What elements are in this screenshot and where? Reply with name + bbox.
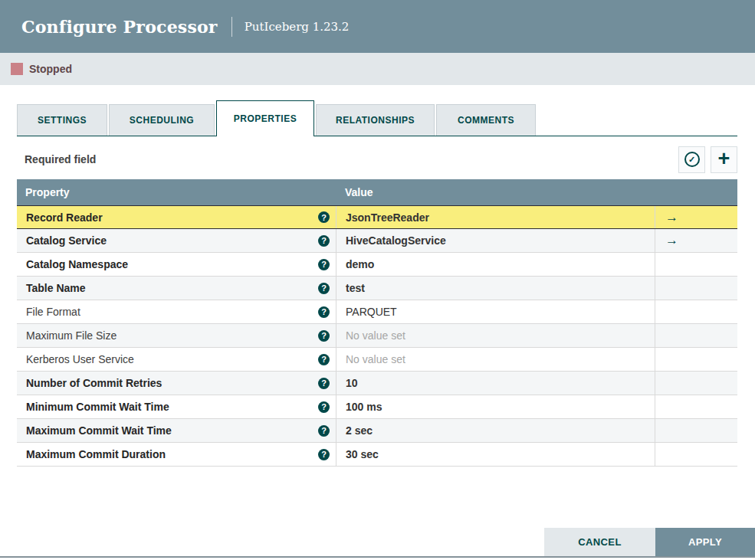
dialog-content: SETTINGSSCHEDULINGPROPERTIESRELATIONSHIP… — [0, 85, 755, 467]
help-icon[interactable]: ? — [318, 283, 330, 294]
property-name-cell: Maximum File Size ? — [17, 324, 336, 347]
property-name-cell: Maximum Commit Duration ? — [17, 443, 336, 466]
go-to-service-arrow-icon[interactable]: → — [665, 233, 678, 248]
property-value-cell[interactable]: demo — [336, 253, 655, 276]
processor-status-bar: Stopped — [0, 53, 755, 85]
property-name: Maximum Commit Wait Time — [26, 424, 318, 437]
add-property-button[interactable]: + — [711, 146, 737, 173]
property-row[interactable]: Record Reader ? JsonTreeReader → — [17, 205, 737, 229]
property-value-cell[interactable]: HiveCatalogService — [336, 229, 655, 252]
property-name-cell: Catalog Namespace ? — [17, 253, 336, 276]
property-name-cell: Kerberos User Service ? — [17, 348, 336, 371]
property-action-cell — [655, 277, 737, 300]
property-name: Maximum File Size — [26, 329, 318, 342]
properties-table: Property Value Record Reader ? JsonTreeR… — [17, 179, 737, 467]
property-row[interactable]: Maximum Commit Duration ? 30 sec — [17, 443, 737, 467]
property-value-cell[interactable]: No value set — [336, 348, 655, 371]
verify-properties-button[interactable]: ✓ — [678, 146, 705, 173]
property-value: 100 ms — [346, 401, 382, 413]
property-row[interactable]: File Format ? PARQUET — [17, 300, 737, 324]
tab-comments[interactable]: COMMENTS — [436, 104, 536, 136]
property-name: Number of Commit Retries — [26, 377, 318, 389]
property-name: File Format — [26, 306, 318, 318]
tab-scheduling[interactable]: SCHEDULING — [109, 104, 215, 136]
property-value-cell[interactable]: PARQUET — [336, 300, 655, 323]
dialog-header: Configure Processor PutIceberg 1.23.2 — [0, 0, 755, 53]
property-name: Minimum Commit Wait Time — [26, 401, 318, 413]
help-icon[interactable]: ? — [318, 378, 330, 389]
stopped-square-icon — [11, 63, 23, 75]
property-action-cell — [655, 324, 737, 347]
property-value: HiveCatalogService — [346, 234, 446, 247]
property-value-cell[interactable]: 10 — [336, 372, 655, 395]
property-row[interactable]: Catalog Service ? HiveCatalogService → — [17, 229, 737, 253]
property-action-cell — [655, 443, 737, 466]
property-row[interactable]: Minimum Commit Wait Time ? 100 ms — [17, 395, 737, 419]
column-header-value: Value — [336, 186, 655, 198]
dialog-title: Configure Processor — [21, 17, 218, 37]
configure-processor-dialog: Configure Processor PutIceberg 1.23.2 St… — [0, 0, 755, 560]
help-icon[interactable]: ? — [318, 211, 330, 223]
property-value: 2 sec — [346, 424, 373, 437]
help-icon[interactable]: ? — [318, 235, 330, 247]
title-divider — [231, 17, 232, 37]
property-value: 30 sec — [346, 448, 379, 460]
tab-relationships[interactable]: RELATIONSHIPS — [316, 104, 435, 136]
property-value: No value set — [346, 353, 405, 365]
property-row[interactable]: Maximum File Size ? No value set — [17, 324, 737, 348]
check-circle-icon: ✓ — [684, 152, 700, 167]
property-name: Catalog Service — [26, 234, 318, 247]
property-action-cell — [655, 300, 737, 323]
tab-properties[interactable]: PROPERTIES — [216, 100, 314, 136]
property-action-cell — [655, 372, 737, 395]
property-row[interactable]: Kerberos User Service ? No value set — [17, 348, 737, 372]
property-action-cell — [655, 348, 737, 371]
properties-toolbar: Required field ✓ + — [17, 146, 737, 173]
property-name: Record Reader — [26, 211, 318, 224]
property-action-cell: → — [655, 206, 737, 228]
property-action-cell — [655, 419, 737, 442]
property-row[interactable]: Number of Commit Retries ? 10 — [17, 372, 737, 395]
properties-table-body: Record Reader ? JsonTreeReader → Catalog… — [17, 205, 737, 467]
apply-button[interactable]: APPLY — [655, 528, 755, 556]
help-icon[interactable]: ? — [318, 306, 330, 318]
go-to-service-arrow-icon[interactable]: → — [665, 210, 678, 225]
tab-bar: SETTINGSSCHEDULINGPROPERTIESRELATIONSHIP… — [17, 100, 737, 136]
property-value: 10 — [346, 377, 358, 389]
required-field-hint: Required field — [17, 153, 96, 165]
property-value: JsonTreeReader — [346, 211, 429, 224]
property-action-cell: → — [655, 229, 737, 252]
property-value: PARQUET — [346, 306, 397, 318]
property-action-cell — [655, 253, 737, 276]
property-value-cell[interactable]: 2 sec — [336, 419, 655, 442]
property-name: Table Name — [26, 282, 318, 294]
help-icon[interactable]: ? — [318, 330, 330, 342]
property-value-cell[interactable]: 30 sec — [336, 443, 655, 466]
property-value-cell[interactable]: test — [336, 277, 655, 300]
property-row[interactable]: Table Name ? test — [17, 277, 737, 300]
property-name: Kerberos User Service — [26, 353, 318, 365]
help-icon[interactable]: ? — [318, 259, 330, 270]
help-icon[interactable]: ? — [318, 401, 330, 413]
toolbar-actions: ✓ + — [678, 146, 737, 173]
property-value-cell[interactable]: JsonTreeReader — [336, 206, 655, 228]
property-value: demo — [346, 258, 374, 270]
property-row[interactable]: Maximum Commit Wait Time ? 2 sec — [17, 419, 737, 443]
property-row[interactable]: Catalog Namespace ? demo — [17, 253, 737, 277]
plus-icon: + — [718, 149, 730, 169]
property-name-cell: Record Reader ? — [17, 206, 336, 228]
property-name-cell: Catalog Service ? — [17, 229, 336, 252]
help-icon[interactable]: ? — [318, 354, 330, 365]
help-icon[interactable]: ? — [318, 425, 330, 437]
tab-settings[interactable]: SETTINGS — [17, 104, 107, 136]
property-value: No value set — [346, 329, 405, 342]
property-name-cell: Maximum Commit Wait Time ? — [17, 419, 336, 442]
property-name-cell: Table Name ? — [17, 277, 336, 300]
property-value-cell[interactable]: 100 ms — [336, 395, 655, 418]
property-action-cell — [655, 395, 737, 418]
property-value-cell[interactable]: No value set — [336, 324, 655, 347]
help-icon[interactable]: ? — [318, 449, 330, 460]
cancel-button[interactable]: CANCEL — [544, 528, 655, 556]
properties-table-header: Property Value — [17, 179, 737, 205]
property-name-cell: Number of Commit Retries ? — [17, 372, 336, 395]
